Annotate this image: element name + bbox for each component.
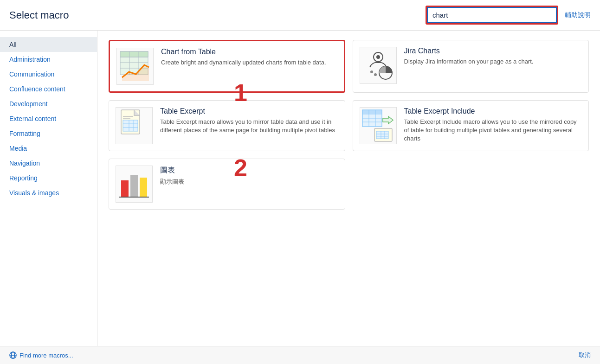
top-bar: Select macro 輔助說明 [0, 0, 600, 31]
find-more-link[interactable]: Find more macros... [9, 351, 73, 359]
chart-name: 圖表 [160, 166, 338, 175]
svg-point-11 [370, 70, 373, 73]
table-excerpt-icon [116, 107, 153, 144]
sidebar-item-confluence-content[interactable]: Confluence content [0, 82, 97, 96]
cancel-button[interactable]: 取消 [579, 351, 591, 359]
chart-from-table-info: Chart from TableCreate bright and dynami… [161, 48, 337, 67]
table-excerpt-include-icon [360, 107, 397, 144]
sidebar-item-external-content[interactable]: External content [0, 111, 97, 126]
jira-charts-icon [360, 47, 397, 84]
macro-card-table-excerpt[interactable]: Table ExcerptTable Excerpt macro allows … [109, 100, 345, 151]
svg-rect-14 [123, 120, 138, 131]
footer: Find more macros... 取消 [0, 346, 600, 364]
svg-point-9 [376, 55, 380, 59]
table-excerpt-name: Table Excerpt [160, 107, 338, 115]
help-link[interactable]: 輔助說明 [565, 11, 591, 19]
table-excerpt-include-info: Table Excerpt IncludeTable Excerpt Inclu… [404, 107, 582, 143]
svg-rect-1 [120, 51, 148, 57]
chart-from-table-description: Create bright and dynamically updated ch… [161, 58, 337, 67]
sidebar-item-reporting[interactable]: Reporting [0, 171, 97, 185]
svg-point-12 [374, 73, 377, 76]
macro-card-chart-from-table[interactable]: Chart from TableCreate bright and dynami… [109, 40, 345, 93]
svg-rect-22 [362, 110, 382, 115]
sidebar-item-administration[interactable]: Administration [0, 52, 97, 67]
chart-from-table-name: Chart from Table [161, 48, 337, 56]
chart-info: 圖表顯示圖表 [160, 166, 338, 186]
chart-description: 顯示圖表 [160, 178, 338, 186]
macro-card-chart[interactable]: 圖表顯示圖表 [109, 159, 345, 210]
table-excerpt-description: Table Excerpt macro allows you to mirror… [160, 118, 338, 134]
table-excerpt-include-description: Table Excerpt Include macro allows you t… [404, 118, 582, 143]
globe-icon [9, 351, 17, 359]
table-excerpt-info: Table ExcerptTable Excerpt macro allows … [160, 107, 338, 134]
sidebar-item-media[interactable]: Media [0, 141, 97, 156]
macro-card-jira-charts[interactable]: Jira ChartsDisplay Jira information on y… [353, 40, 589, 93]
jira-charts-info: Jira ChartsDisplay Jira information on y… [404, 47, 582, 66]
sidebar: AllAdministrationCommunicationConfluence… [0, 31, 97, 346]
find-more-label: Find more macros... [19, 352, 73, 359]
sidebar-item-communication[interactable]: Communication [0, 67, 97, 82]
svg-rect-28 [376, 131, 388, 139]
macro-card-table-excerpt-include[interactable]: Table Excerpt IncludeTable Excerpt Inclu… [353, 100, 589, 151]
search-area: 輔助說明 [426, 6, 591, 25]
sidebar-item-navigation[interactable]: Navigation [0, 156, 97, 171]
search-input[interactable] [427, 7, 557, 23]
sidebar-item-formatting[interactable]: Formatting [0, 126, 97, 141]
table-excerpt-include-name: Table Excerpt Include [404, 107, 582, 115]
results-wrapper: Chart from TableCreate bright and dynami… [97, 31, 600, 346]
jira-charts-description: Display Jira information on your page as… [404, 57, 582, 66]
sidebar-item-development[interactable]: Development [0, 96, 97, 111]
sidebar-item-visuals-images[interactable]: Visuals & images [0, 185, 97, 200]
chart-icon [116, 166, 153, 203]
page-title: Select macro [9, 9, 69, 21]
chart-from-table-icon [116, 48, 154, 85]
svg-rect-34 [130, 175, 138, 197]
jira-charts-name: Jira Charts [404, 47, 582, 55]
svg-rect-35 [140, 178, 147, 197]
search-box-wrapper [426, 6, 558, 25]
main-content: AllAdministrationCommunicationConfluence… [0, 31, 600, 346]
results-area: Chart from TableCreate bright and dynami… [97, 31, 600, 219]
sidebar-item-all[interactable]: All [0, 37, 97, 52]
svg-rect-33 [121, 180, 129, 197]
